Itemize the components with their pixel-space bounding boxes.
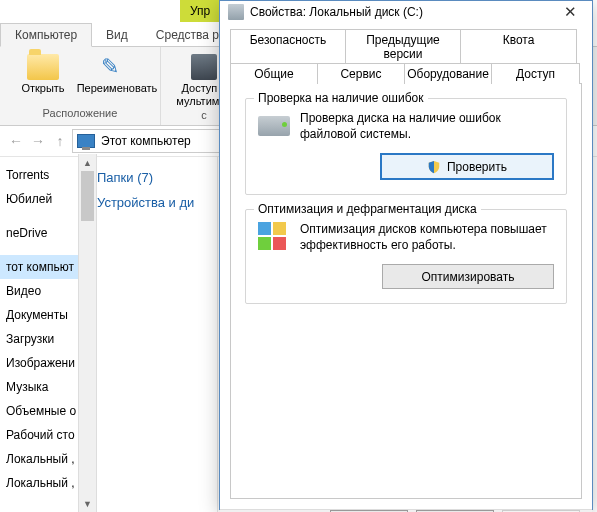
sidebar-item[interactable]: тот компьют [0,255,78,279]
open-label: Открыть [21,82,64,95]
error-check-text: Проверка диска на наличие ошибок файлово… [300,111,554,142]
sidebar-item[interactable]: Изображени [0,351,78,375]
tab-computer[interactable]: Компьютер [0,23,92,47]
pc-icon [77,134,95,148]
dialog-titlebar[interactable]: Свойства: Локальный диск (C:) ✕ [220,1,592,23]
nav-sidebar: TorrentsЮбилейneDriveтот компьютВидеоДок… [0,157,79,512]
tree-devices[interactable]: ⌄Устройства и ди [85,190,217,215]
sidebar-item[interactable]: Видео [0,279,78,303]
scroll-thumb[interactable] [81,171,94,221]
folder-icon [27,54,59,80]
dialog-tab[interactable]: Оборудование [404,63,492,84]
group-label-trunc: с [201,107,207,123]
check-button-label: Проверить [447,160,507,174]
group-label-location: Расположение [43,105,118,121]
dialog-tab[interactable]: Сервис [317,63,405,84]
rename-icon: ✎ [101,54,133,80]
sidebar-item[interactable]: Загрузки [0,327,78,351]
close-button[interactable]: ✕ [556,1,584,23]
sidebar-item[interactable]: Объемные о [0,399,78,423]
error-check-title: Проверка на наличие ошибок [254,91,428,105]
open-button[interactable]: Открыть [6,51,80,95]
properties-dialog: Свойства: Локальный диск (C:) ✕ Безопасн… [219,0,593,510]
dialog-tab[interactable]: Предыдущие версии [345,29,461,64]
nav-tree: ›Папки (7) ⌄Устройства и ди [79,157,218,512]
tab-view[interactable]: Вид [92,24,142,46]
scroll-down-icon[interactable]: ▼ [79,495,96,512]
sidebar-item[interactable]: Юбилей [0,187,78,211]
sidebar-item[interactable]: Torrents [0,163,78,187]
dialog-tab[interactable]: Общие [230,63,318,84]
error-check-group: Проверка на наличие ошибок Проверка диск… [245,98,567,195]
dialog-tab[interactable]: Доступ [491,63,580,84]
drive-small-icon [228,4,244,20]
scroll-up-icon[interactable]: ▲ [79,154,96,171]
dialog-title: Свойства: Локальный диск (C:) [250,5,556,19]
sidebar-item[interactable]: Рабочий сто [0,423,78,447]
dialog-tab[interactable]: Безопасность [230,29,346,64]
nav-back-button[interactable]: ← [6,131,26,151]
defrag-text: Оптимизация дисков компьютера повышает э… [300,222,554,253]
nav-up-button[interactable]: ↑ [50,131,70,151]
defrag-icon [258,222,290,254]
check-button[interactable]: Проверить [380,153,554,180]
contextual-tab-label: Упр [190,4,210,18]
optimize-button-label: Оптимизировать [422,270,515,284]
breadcrumb-label: Этот компьютер [101,134,191,148]
disk-icon [258,111,290,143]
sidebar-item[interactable]: Локальный , [0,447,78,471]
dialog-body: БезопасностьПредыдущие версииКвотаОбщиеС… [220,23,592,509]
sidebar-item[interactable]: Локальный , [0,471,78,495]
nav-forward-button[interactable]: → [28,131,48,151]
rename-button[interactable]: ✎ Переименовать [80,51,154,95]
server-icon [191,54,217,80]
sidebar-item[interactable]: neDrive [0,221,78,245]
tab-pane-service: Проверка на наличие ошибок Проверка диск… [230,83,582,499]
dialog-tabs: БезопасностьПредыдущие версииКвотаОбщиеС… [230,29,582,83]
tree-folders[interactable]: ›Папки (7) [85,165,217,190]
defrag-title: Оптимизация и дефрагментация диска [254,202,481,216]
optimize-button[interactable]: Оптимизировать [382,264,554,289]
ribbon-group-location: Открыть ✎ Переименовать Расположение [0,47,161,125]
defrag-group: Оптимизация и дефрагментация диска Оптим… [245,209,567,304]
shield-icon [427,160,441,174]
sidebar-item[interactable]: Документы [0,303,78,327]
sidebar-item[interactable]: Музыка [0,375,78,399]
dialog-tab[interactable]: Квота [460,29,577,64]
rename-label: Переименовать [77,82,158,95]
sidebar-scrollbar[interactable]: ▲ ▼ [78,154,97,512]
